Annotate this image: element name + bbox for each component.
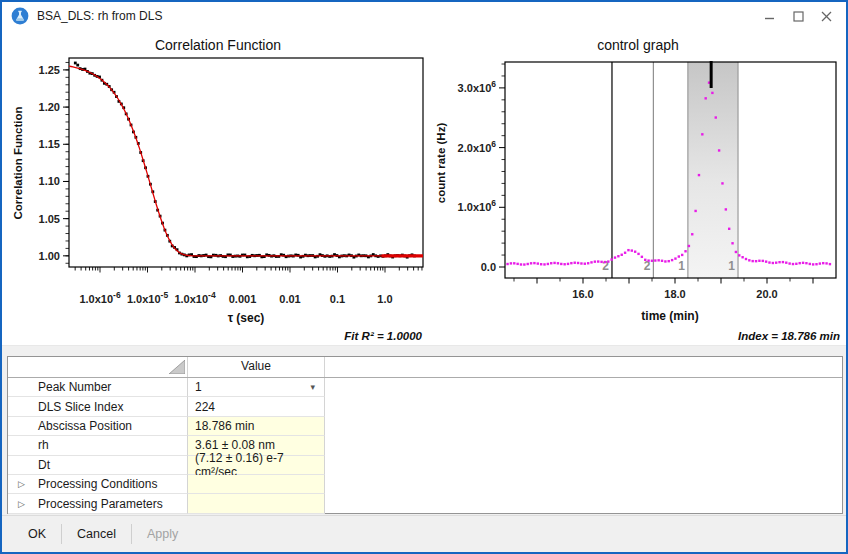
expand-arrow-icon[interactable]: ▷ (18, 498, 25, 508)
value-column-header: Value (188, 357, 325, 377)
close-button[interactable] (812, 2, 840, 30)
row-value-cell[interactable]: 18.786 min (188, 417, 325, 436)
svg-text:0.0: 0.0 (481, 261, 496, 273)
svg-text:1.20: 1.20 (39, 101, 60, 113)
table-row[interactable]: Abscissa Position18.786 min (8, 417, 842, 436)
svg-text:control graph: control graph (597, 37, 679, 53)
lower-panel: Value Peak Number1▾DLS Slice Index224Abs… (2, 345, 846, 515)
row-label-text: Processing Conditions (38, 477, 157, 491)
svg-text:3.0x106: 3.0x106 (458, 79, 497, 94)
app-flask-icon (11, 7, 29, 25)
svg-text:1.15: 1.15 (39, 138, 60, 150)
svg-text:1.25: 1.25 (39, 64, 60, 76)
maximize-button[interactable] (784, 2, 812, 30)
table-row[interactable]: DLS Slice Index224 (8, 397, 842, 416)
row-label-rh: rh (8, 436, 188, 455)
svg-text:2.0x106: 2.0x106 (458, 139, 497, 154)
table-row[interactable]: ▷Processing Parameters (8, 494, 842, 513)
row-label-text: Processing Parameters (38, 497, 163, 511)
row-filler (325, 494, 842, 513)
row-label-text: DLS Slice Index (38, 400, 123, 414)
row-label-dls-slice-index: DLS Slice Index (8, 397, 188, 416)
row-label-text: rh (38, 438, 49, 452)
close-icon (822, 12, 831, 21)
row-filler (325, 456, 842, 475)
maximize-icon (794, 12, 803, 21)
row-value-cell[interactable] (188, 494, 325, 513)
table-row[interactable]: Dt(7.12 ± 0.16) e-7 cm²/sec (8, 456, 842, 475)
row-filler (325, 436, 842, 455)
button-divider (61, 524, 62, 544)
svg-text:count rate (Hz): count rate (Hz) (435, 123, 447, 204)
svg-text:time (min): time (min) (641, 309, 698, 323)
ok-button[interactable]: OK (16, 523, 58, 545)
row-filler (325, 417, 842, 436)
svg-text:1: 1 (678, 259, 685, 273)
table-header-row: Value (8, 357, 842, 378)
correlation-function-chart[interactable]: 1.001.051.101.151.201.251.0x10-61.0x10-5… (8, 30, 428, 346)
header-filler (325, 357, 842, 377)
dropdown-arrow-icon[interactable]: ▾ (310, 382, 315, 392)
svg-text:0.01: 0.01 (279, 293, 300, 305)
row-label-abscissa-position: Abscissa Position (8, 417, 188, 436)
row-label-text: Dt (38, 458, 50, 472)
svg-text:0.001: 0.001 (229, 293, 257, 305)
svg-text:Fit R² = 1.0000: Fit R² = 1.0000 (344, 330, 422, 342)
table-row[interactable]: ▷Processing Conditions (8, 475, 842, 494)
svg-text:16.0: 16.0 (572, 288, 593, 300)
row-label-processing-parameters: ▷Processing Parameters (8, 494, 188, 513)
row-value-cell[interactable]: 224 (188, 397, 325, 416)
control-graph-chart[interactable]: 22110.01.0x1062.0x1063.0x10616.018.020.0… (428, 30, 848, 346)
dialog-window: BSA_DLS: rh from DLS 1.001.051.101.151.2… (0, 0, 848, 554)
window-controls (756, 2, 840, 30)
svg-text:Correlation Function: Correlation Function (12, 106, 24, 219)
table-corner-cell[interactable] (8, 357, 188, 377)
row-label-peak-number: Peak Number (8, 378, 188, 397)
button-divider (131, 524, 132, 544)
svg-text:20.0: 20.0 (756, 288, 777, 300)
svg-text:1.05: 1.05 (39, 213, 60, 225)
svg-text:1.00: 1.00 (39, 250, 60, 262)
row-label-text: Peak Number (38, 380, 111, 394)
expand-arrow-icon[interactable]: ▷ (18, 479, 25, 489)
svg-text:0.1: 0.1 (330, 293, 345, 305)
table-row[interactable]: Peak Number1▾ (8, 378, 842, 397)
svg-text:1.10: 1.10 (39, 175, 60, 187)
svg-text:1: 1 (728, 259, 735, 273)
svg-text:1.0x10-5: 1.0x10-5 (127, 290, 168, 305)
apply-button[interactable]: Apply (135, 523, 190, 545)
row-value-cell[interactable]: (7.12 ± 0.16) e-7 cm²/sec (188, 456, 325, 475)
row-value-text: 224 (195, 400, 215, 414)
window-title: BSA_DLS: rh from DLS (37, 9, 162, 23)
svg-text:1.0: 1.0 (377, 293, 392, 305)
row-label-processing-conditions: ▷Processing Conditions (8, 475, 188, 494)
svg-text:1.0x106: 1.0x106 (458, 198, 497, 213)
svg-text:Correlation Function: Correlation Function (155, 37, 281, 53)
svg-text:1.0x10-6: 1.0x10-6 (79, 290, 120, 305)
svg-text:Index = 18.786 min: Index = 18.786 min (738, 330, 840, 342)
row-value-cell[interactable]: 1▾ (188, 378, 325, 397)
svg-text:τ (sec): τ (sec) (228, 311, 265, 325)
table-row[interactable]: rh3.61 ± 0.08 nm (8, 436, 842, 455)
cancel-button[interactable]: Cancel (65, 523, 128, 545)
properties-table: Value Peak Number1▾DLS Slice Index224Abs… (7, 356, 843, 514)
row-filler (325, 475, 842, 494)
minimize-button[interactable] (756, 2, 784, 30)
row-label-dt: Dt (8, 456, 188, 475)
row-filler (325, 378, 842, 397)
row-value-cell[interactable] (188, 475, 325, 494)
row-value-text: 18.786 min (195, 419, 254, 433)
svg-text:18.0: 18.0 (664, 288, 685, 300)
row-filler (325, 397, 842, 416)
corner-resize-icon (169, 360, 185, 374)
dialog-button-bar: OK Cancel Apply (2, 515, 846, 552)
titlebar[interactable]: BSA_DLS: rh from DLS (2, 2, 846, 31)
row-value-text: 1 (195, 380, 202, 394)
row-label-text: Abscissa Position (38, 419, 132, 433)
svg-text:1.0x10-4: 1.0x10-4 (174, 290, 215, 305)
